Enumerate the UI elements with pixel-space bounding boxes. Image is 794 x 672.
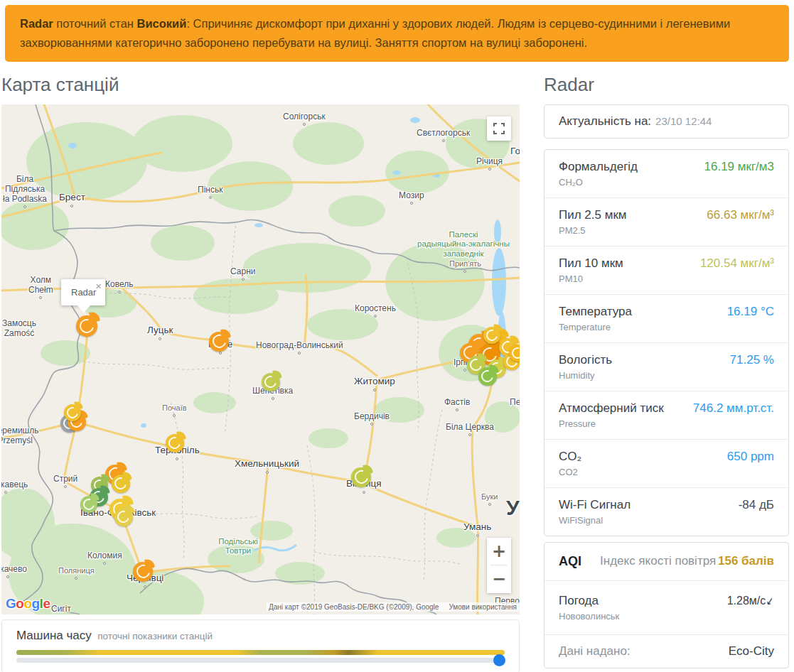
sensor-name: Температура	[559, 303, 632, 320]
updated-label: Актуальність на:	[559, 114, 651, 128]
updated-value: 23/10 12:44	[655, 115, 712, 127]
weather-label: Погода	[559, 592, 619, 609]
station-title: Radar	[544, 74, 789, 96]
station-marker[interactable]	[351, 467, 371, 487]
map-city-label: Поляниця	[58, 566, 95, 580]
provider-label: Дані надано:	[559, 644, 631, 659]
map-city-label: Хмельницький	[235, 458, 299, 474]
wind-direction-icon: ↙	[764, 592, 776, 610]
zoom-out-button[interactable]: −	[487, 565, 511, 593]
terms-link[interactable]: Умови використання	[449, 603, 517, 611]
sensor-code: CH₂O	[559, 175, 638, 189]
map-city-label: Буки	[481, 492, 498, 506]
sensor-name: Формальдегід	[559, 158, 638, 175]
map-city-label: Житомир	[354, 376, 395, 391]
station-marker[interactable]	[166, 434, 184, 452]
sensor-row-pressure: Атмосферний тискPressure 746.2 мм.рт.ст.	[544, 391, 788, 439]
map-city-label: ХолмChełm	[28, 275, 53, 299]
map-canvas[interactable]: Radar × + − Google Дані карт ©2019 GeoBa…	[1, 104, 520, 614]
aqi-history-bar	[16, 650, 505, 655]
sensor-name: Вологість	[559, 352, 612, 369]
time-slider-thumb[interactable]	[493, 654, 505, 666]
station-marker[interactable]	[133, 562, 153, 582]
sensor-value: 66.63 мкг/м³	[707, 207, 774, 237]
sensor-code: Pressure	[559, 417, 664, 430]
aqi-row: AQI Індекс якості повітря 156 балів	[544, 543, 788, 580]
map-city-label: Солігорськ	[283, 112, 326, 126]
map-city-label: Річиця	[476, 156, 503, 170]
map-section-title: Карта станцій	[1, 74, 520, 96]
sensor-row-formaldehyde: ФормальдегідCH₂O 16.19 мкг/м3	[544, 150, 788, 197]
map-city-label: Трускавець	[1, 479, 28, 494]
sensor-code: PM10	[559, 272, 623, 286]
station-marker[interactable]	[262, 373, 280, 391]
station-sidebar: Radar Актуальність на:23/10 12:44 Формал…	[524, 70, 789, 672]
map-city-label: ПодільськіТовтри	[215, 537, 262, 556]
time-machine-title: Машина часу	[16, 629, 92, 642]
time-slider[interactable]	[16, 658, 505, 663]
station-marker[interactable]	[76, 315, 97, 337]
google-logo-letter: o	[23, 596, 31, 611]
weather-row: ПогодаНововолинськ 1.28м/с↙	[544, 580, 788, 634]
map-city-label: Мукачево	[1, 564, 27, 578]
google-logo[interactable]: Google	[6, 596, 50, 612]
sensor-code: Humidity	[559, 369, 612, 382]
sensor-row-temperature: ТемператураTemperature 16.19 °C	[544, 294, 788, 342]
time-machine-card: Машина часу поточні показники станцій	[1, 619, 520, 672]
map-city-label: У	[506, 495, 520, 520]
map-city-label: Бердичів	[354, 411, 390, 426]
sensor-row-co2: CO₂CO2 650 ppm	[544, 439, 788, 487]
station-marker[interactable]	[483, 327, 500, 344]
alert-mid-text: поточний стан	[53, 17, 137, 30]
sensor-code: Temperature	[559, 320, 632, 334]
wind-value: 1.28м/с↙	[727, 592, 774, 623]
map-city-label: Умань	[463, 521, 491, 537]
sensor-code: WiFiSignal	[559, 514, 631, 527]
map-city-label: Фастів	[444, 397, 470, 411]
map-city-label: Почаїв	[162, 403, 187, 417]
fullscreen-icon	[493, 123, 505, 134]
provider-value: Eco-City	[729, 644, 774, 659]
time-machine-subtitle: поточні показники станцій	[97, 631, 213, 641]
station-marker[interactable]	[114, 508, 133, 526]
google-logo-letter: o	[16, 596, 23, 611]
map-city-label: Коростень	[355, 303, 396, 318]
station-marker[interactable]	[80, 496, 97, 513]
google-logo-letter: g	[32, 596, 40, 611]
station-marker[interactable]	[112, 475, 130, 493]
sensor-row-pm25: Пил 2.5 мкмPM2.5 66.63 мкг/м³	[544, 197, 788, 246]
sensor-name: Пил 10 мкм	[559, 255, 623, 272]
sensor-value: 746.2 мм.рт.ст.	[693, 400, 774, 430]
map-city-label: Сигіт	[51, 604, 71, 614]
sensor-value: 650 ppm	[727, 448, 774, 479]
zoom-in-button[interactable]: +	[487, 538, 511, 565]
map-city-label: Брест	[59, 192, 85, 207]
map-city-label: ЗамосцьZamość	[2, 318, 36, 338]
sensor-row-humidity: ВологістьHumidity 71.25 %	[544, 342, 788, 391]
weather-city: Нововолинськ	[559, 609, 619, 623]
page: Radar поточний стан Високий: Спричиняє д…	[0, 0, 794, 672]
status-alert-banner: Radar поточний стан Високий: Спричиняє д…	[5, 5, 789, 62]
fullscreen-button[interactable]	[487, 116, 511, 141]
station-marker[interactable]	[478, 367, 497, 386]
map-city-label: Біла Церква	[446, 422, 494, 436]
map-city-label: Свєтлогорськ	[417, 128, 470, 142]
sensor-value: 16.19 °C	[727, 303, 774, 334]
sensor-name: Атмосферний тиск	[559, 400, 664, 417]
close-icon[interactable]: ×	[95, 281, 102, 293]
sensor-value: 120.54 мкг/м³	[700, 255, 774, 286]
map-column: Карта станцій	[1, 70, 520, 672]
google-logo-letter: e	[43, 596, 50, 611]
alert-level: Високий	[137, 17, 187, 30]
station-marker[interactable]	[209, 332, 229, 352]
map-city-label: Коломия	[87, 551, 122, 565]
map-zoom-control: + −	[487, 538, 511, 593]
map-attribution-bar: Дані карт ©2019 GeoBasis-DE/BKG (©2009),…	[267, 602, 519, 612]
sensor-value: -84 дБ	[739, 497, 774, 527]
alert-station-name: Radar	[20, 17, 53, 30]
google-logo-letter: G	[6, 596, 16, 611]
sensor-name: CO₂	[559, 448, 581, 465]
sensor-value: 71.25 %	[730, 352, 774, 382]
map-city-label: Мозир	[399, 190, 424, 205]
station-marker[interactable]	[64, 404, 81, 421]
